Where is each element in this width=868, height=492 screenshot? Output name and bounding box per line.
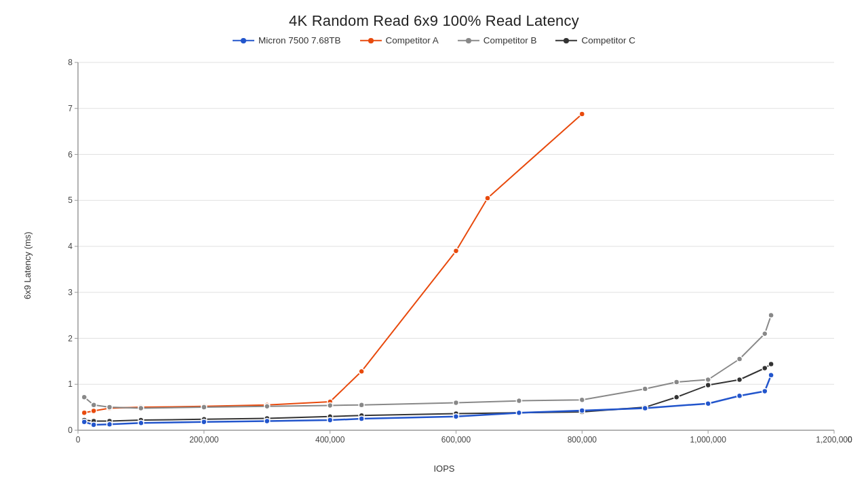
svg-point-170 xyxy=(674,379,679,385)
svg-point-159 xyxy=(91,402,96,408)
legend-label-compC: Competitor C xyxy=(581,35,635,45)
svg-point-154 xyxy=(359,368,364,374)
svg-text:8: 8 xyxy=(68,58,73,67)
legend-label-micron: Micron 7500 7.68TB xyxy=(258,35,341,45)
svg-point-199 xyxy=(359,416,364,421)
svg-text:4: 4 xyxy=(68,242,73,251)
svg-point-155 xyxy=(454,248,459,254)
svg-point-205 xyxy=(737,393,743,398)
plot-wrapper: 0123456780200,000400,000600,000800,0001,… xyxy=(41,52,848,461)
svg-text:1,200,000: 1,200,000 xyxy=(816,435,852,444)
legend-item-compC: Competitor C xyxy=(555,35,635,45)
svg-point-207 xyxy=(768,373,774,378)
svg-point-163 xyxy=(264,404,270,409)
svg-point-201 xyxy=(516,410,521,415)
svg-point-190 xyxy=(762,366,768,371)
svg-point-195 xyxy=(138,420,144,425)
svg-point-193 xyxy=(91,422,96,428)
svg-point-169 xyxy=(642,386,648,392)
svg-point-196 xyxy=(201,419,207,425)
svg-text:0: 0 xyxy=(76,435,81,444)
svg-point-194 xyxy=(107,421,113,427)
svg-text:800,000: 800,000 xyxy=(568,435,597,444)
chart-title: 4K Random Read 6x9 100% Read Latency xyxy=(289,12,579,30)
svg-point-172 xyxy=(737,356,743,362)
chart-container: 4K Random Read 6x9 100% Read Latency Mic… xyxy=(0,0,868,492)
svg-text:600,000: 600,000 xyxy=(441,435,471,444)
svg-point-171 xyxy=(705,377,711,383)
svg-point-191 xyxy=(768,361,774,366)
x-axis-label: IOPS xyxy=(41,463,848,478)
y-axis-label: 6x9 Latency (ms) xyxy=(14,52,41,478)
chart-area: 6x9 Latency (ms) 0123456780200,000400,00… xyxy=(0,52,868,492)
svg-point-204 xyxy=(705,401,711,406)
main-chart-svg: 0123456780200,000400,000600,000800,0001,… xyxy=(41,52,848,461)
legend-label-compA: Competitor A xyxy=(386,35,439,45)
svg-point-156 xyxy=(485,195,490,201)
svg-point-173 xyxy=(762,331,768,337)
legend-label-compB: Competitor B xyxy=(484,35,537,45)
svg-point-166 xyxy=(454,400,459,405)
svg-point-188 xyxy=(705,383,711,388)
svg-text:2: 2 xyxy=(68,334,73,343)
svg-point-206 xyxy=(762,388,768,394)
svg-text:400,000: 400,000 xyxy=(315,435,345,444)
svg-point-164 xyxy=(328,402,333,408)
svg-text:1: 1 xyxy=(68,379,73,389)
svg-point-202 xyxy=(579,408,585,413)
svg-point-158 xyxy=(81,394,87,400)
svg-point-189 xyxy=(737,377,743,383)
svg-point-160 xyxy=(107,404,113,410)
svg-point-192 xyxy=(81,419,87,425)
svg-point-148 xyxy=(91,409,96,414)
svg-point-197 xyxy=(264,419,270,424)
svg-point-200 xyxy=(454,414,459,419)
legend-item-micron: Micron 7500 7.68TB xyxy=(233,35,341,45)
svg-point-174 xyxy=(768,313,774,318)
svg-point-187 xyxy=(674,394,679,400)
legend: Micron 7500 7.68TBCompetitor ACompetitor… xyxy=(233,35,635,45)
legend-item-compA: Competitor A xyxy=(360,35,439,45)
svg-text:200,000: 200,000 xyxy=(189,435,219,444)
svg-point-147 xyxy=(81,410,87,415)
plot-and-x: 0123456780200,000400,000600,000800,0001,… xyxy=(41,52,848,478)
svg-text:6: 6 xyxy=(68,150,73,159)
svg-text:7: 7 xyxy=(68,104,73,113)
svg-point-198 xyxy=(328,417,333,423)
svg-text:5: 5 xyxy=(68,195,73,205)
svg-point-161 xyxy=(138,406,144,411)
svg-text:3: 3 xyxy=(68,288,73,297)
svg-point-168 xyxy=(579,397,585,402)
legend-item-compB: Competitor B xyxy=(458,35,537,45)
svg-point-167 xyxy=(516,398,521,404)
svg-point-162 xyxy=(201,404,207,410)
svg-point-203 xyxy=(642,406,648,411)
svg-point-165 xyxy=(359,402,364,408)
svg-point-157 xyxy=(579,111,585,117)
svg-text:1,000,000: 1,000,000 xyxy=(690,435,726,444)
svg-text:0: 0 xyxy=(68,425,73,435)
